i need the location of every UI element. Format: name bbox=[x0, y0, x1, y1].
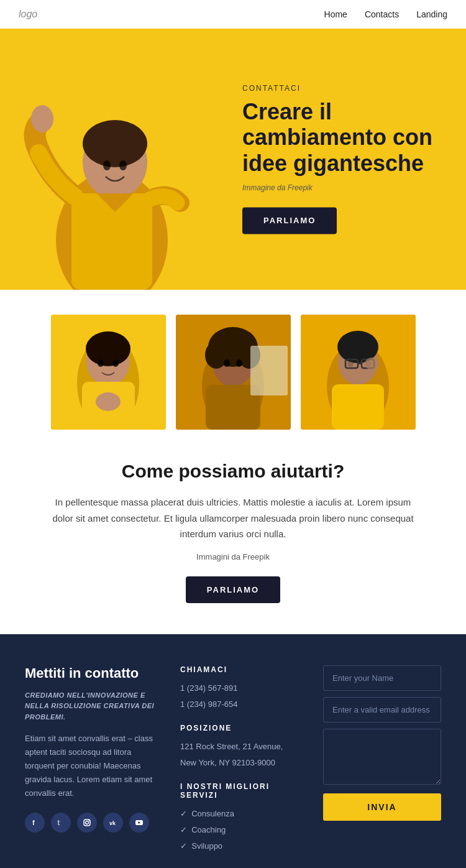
hero-label: CONTATTACI bbox=[242, 84, 441, 93]
name-input[interactable] bbox=[323, 665, 441, 691]
svg-point-42 bbox=[88, 820, 89, 821]
nav-contacts[interactable]: Contacts bbox=[365, 9, 399, 19]
hero-content: CONTATTACI Creare il cambiamento con ide… bbox=[242, 84, 441, 234]
footer-grid: Mettiti in contatto CREDIAMO NELL'INNOVA… bbox=[25, 665, 441, 854]
svg-text:𝕥: 𝕥 bbox=[57, 819, 60, 826]
how-cta-button[interactable]: PARLIAMO bbox=[186, 576, 280, 603]
service-1: ✓ Consulenza bbox=[180, 806, 304, 822]
email-input[interactable] bbox=[323, 697, 441, 723]
hero-image bbox=[0, 29, 224, 290]
footer-body-text: Etiam sit amet convallis erat – class ap… bbox=[25, 732, 162, 800]
footer-col-contact: Mettiti in contatto CREDIAMO NELL'INNOVA… bbox=[25, 665, 162, 854]
instagram-icon[interactable] bbox=[77, 813, 97, 833]
address: 121 Rock Street, 21 Avenue,New York, NY … bbox=[180, 739, 304, 771]
svg-point-14 bbox=[112, 359, 119, 367]
svg-point-13 bbox=[98, 359, 104, 367]
servizi-label: I NOSTRI MIGLIORI SERVIZI bbox=[180, 782, 304, 800]
service-2: ✓ Coaching bbox=[180, 822, 304, 838]
hero-cta-button[interactable]: PARLIAMO bbox=[242, 208, 337, 234]
svg-point-23 bbox=[224, 359, 230, 367]
svg-point-6 bbox=[119, 160, 127, 170]
service-3: ✓ Sviluppo bbox=[180, 838, 304, 854]
hero-credit: Immagine da Freepik bbox=[242, 184, 441, 193]
submit-button[interactable]: INVIA bbox=[323, 793, 441, 821]
posizione-label: POSIZIONE bbox=[180, 724, 304, 732]
svg-point-5 bbox=[103, 160, 111, 170]
vk-icon[interactable]: vk bbox=[103, 813, 123, 833]
team-photo-2 bbox=[176, 315, 291, 430]
facebook-icon[interactable]: f bbox=[25, 813, 45, 833]
nav-home[interactable]: Home bbox=[324, 9, 347, 19]
hero-section: CONTATTACI Creare il cambiamento con ide… bbox=[0, 29, 466, 290]
footer-col-form: INVIA bbox=[323, 665, 441, 854]
services-list: ✓ Consulenza ✓ Coaching ✓ Sviluppo bbox=[180, 806, 304, 854]
logo: logo bbox=[19, 9, 37, 20]
svg-point-41 bbox=[86, 821, 89, 824]
nav-landing[interactable]: Landing bbox=[416, 9, 447, 19]
youtube-icon[interactable] bbox=[129, 813, 149, 833]
svg-text:f: f bbox=[32, 819, 35, 826]
how-credit: Immagini da Freepik bbox=[50, 552, 416, 561]
message-textarea[interactable] bbox=[323, 729, 441, 785]
team-section bbox=[0, 290, 466, 448]
svg-point-34 bbox=[347, 361, 354, 367]
how-title: Come possiamo aiutarti? bbox=[50, 461, 416, 482]
footer-col-info: CHIAMACI 1 (234) 567-891 1 (234) 987-654… bbox=[180, 665, 304, 854]
svg-point-24 bbox=[236, 359, 242, 367]
twitter-icon[interactable]: 𝕥 bbox=[51, 813, 71, 833]
footer-tagline: CREDIAMO NELL'INNOVAZIONE E NELLA RISOLU… bbox=[25, 690, 162, 723]
team-photo-3 bbox=[301, 315, 416, 430]
how-section: Come possiamo aiutarti? In pellentesque … bbox=[0, 448, 466, 634]
header: logo Home Contacts Landing bbox=[0, 0, 466, 29]
svg-point-16 bbox=[96, 392, 121, 411]
team-photo-1 bbox=[51, 315, 166, 430]
svg-point-12 bbox=[86, 331, 130, 366]
svg-point-37 bbox=[365, 358, 380, 370]
footer-section: Mettiti in contatto CREDIAMO NELL'INNOVA… bbox=[0, 634, 466, 869]
hero-title: Creare il cambiamento con idee gigantesc… bbox=[242, 99, 441, 176]
svg-rect-26 bbox=[250, 346, 288, 395]
footer-heading: Mettiti in contatto bbox=[25, 665, 162, 681]
nav: Home Contacts Landing bbox=[324, 9, 447, 19]
svg-point-7 bbox=[31, 105, 53, 132]
svg-point-4 bbox=[83, 120, 147, 167]
svg-text:vk: vk bbox=[109, 820, 116, 826]
chiamaci-label: CHIAMACI bbox=[180, 665, 304, 674]
social-icons: f 𝕥 vk bbox=[25, 813, 162, 833]
how-body-text: In pellentesque massa placerat duis ultr… bbox=[50, 494, 416, 542]
svg-rect-36 bbox=[332, 384, 384, 430]
phone1: 1 (234) 567-891 1 (234) 987-654 bbox=[180, 680, 304, 713]
